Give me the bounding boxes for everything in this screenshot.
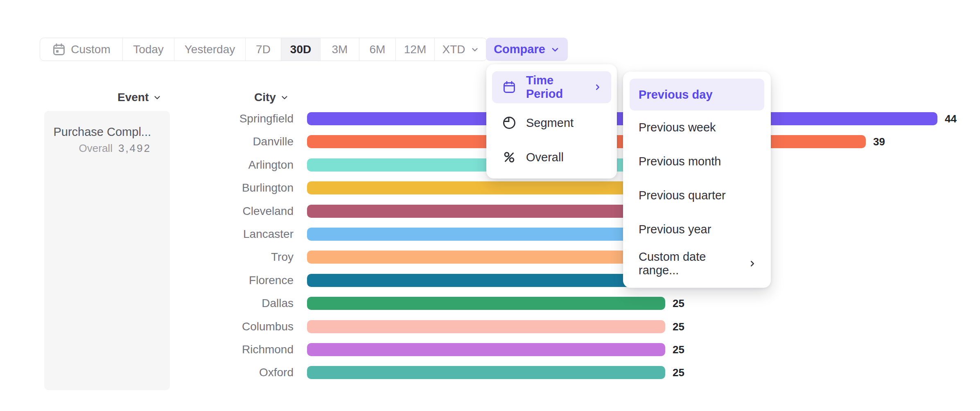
bar-label: Dallas (115, 297, 294, 310)
submenu-item-label: Previous month (639, 155, 721, 168)
chart-row-troy: Troy (0, 246, 980, 269)
segment-icon (502, 116, 516, 130)
chevron-right-icon (748, 259, 757, 268)
analytics-report-canvas: CustomTodayYesterday7D30D3M6M12MXTD Comp… (0, 0, 980, 411)
chart-row-lancaster: Lancaster (0, 223, 980, 246)
bar-label: Lancaster (115, 228, 294, 241)
bar-label: Springfield (115, 112, 294, 125)
submenu-item-previous-day[interactable]: Previous day (630, 79, 764, 111)
bar-value: 39 (873, 135, 885, 148)
chart-row-cleveland: Cleveland (0, 200, 980, 223)
menu-item-label: Time Period (526, 74, 583, 101)
calendar-icon (502, 80, 516, 94)
compare-dropdown-menu: Time PeriodSegmentOverall (486, 64, 617, 178)
bar-chart: Springfield44Danville39ArlingtonBurlingt… (0, 0, 980, 411)
bar-value: 25 (673, 320, 684, 333)
bar-label: Richmond (115, 343, 294, 356)
bar-dallas[interactable] (307, 297, 665, 310)
bar-columbus[interactable] (307, 320, 665, 333)
bar-label: Burlington (115, 181, 294, 194)
bar-springfield[interactable] (307, 112, 937, 125)
bar-label: Arlington (115, 158, 294, 172)
submenu-item-previous-year[interactable]: Previous year (630, 212, 764, 246)
compare-menu-item-time-period[interactable]: Time Period (492, 71, 611, 103)
chart-row-burlington: Burlington (0, 176, 980, 199)
chart-row-florence: Florence (0, 269, 980, 292)
submenu-item-label: Previous week (639, 121, 716, 134)
bar-value: 44 (945, 113, 957, 125)
menu-item-label: Overall (526, 151, 564, 164)
time-period-submenu: Previous dayPrevious weekPrevious monthP… (623, 72, 771, 288)
chart-row-dallas: Dallas25 (0, 292, 980, 315)
submenu-item-previous-week[interactable]: Previous week (630, 111, 764, 145)
submenu-item-previous-month[interactable]: Previous month (630, 145, 764, 178)
percent-icon (502, 150, 516, 164)
chart-row-oxford: Oxford25 (0, 361, 980, 384)
compare-menu-item-segment[interactable]: Segment (492, 106, 611, 140)
chevron-right-icon (593, 83, 602, 92)
submenu-item-label: Previous day (639, 88, 713, 102)
bar-label: Oxford (115, 366, 294, 379)
compare-menu-item-overall[interactable]: Overall (492, 140, 611, 174)
bar-label: Columbus (115, 320, 294, 333)
submenu-item-label: Previous quarter (639, 189, 726, 202)
bar-value: 25 (673, 343, 684, 356)
submenu-item-label: Custom date range... (639, 250, 748, 277)
chart-row-columbus: Columbus25 (0, 315, 980, 338)
bar-richmond[interactable] (307, 343, 665, 356)
bar-value: 25 (673, 366, 684, 379)
submenu-item-previous-quarter[interactable]: Previous quarter (630, 178, 764, 212)
menu-item-label: Segment (526, 116, 574, 130)
bar-oxford[interactable] (307, 366, 665, 379)
bar-value: 25 (673, 297, 684, 310)
bar-label: Danville (115, 135, 294, 148)
bar-label: Troy (115, 251, 294, 264)
submenu-item-custom-date-range[interactable]: Custom date range... (630, 246, 764, 280)
bar-label: Florence (115, 274, 294, 287)
chart-row-richmond: Richmond25 (0, 338, 980, 361)
submenu-item-label: Previous year (639, 223, 711, 236)
bar-label: Cleveland (115, 205, 294, 218)
